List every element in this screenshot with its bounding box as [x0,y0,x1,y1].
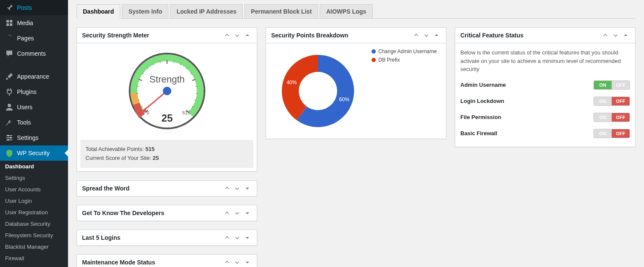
feature-row: Login Lockdown ON OFF [460,93,630,109]
tab-aiowps-logs[interactable]: AIOWPS Logs [320,4,372,18]
move-down-icon[interactable] [611,31,620,40]
feature-toggle[interactable]: ON OFF [593,129,630,138]
sidebar-item-settings[interactable]: Settings [0,130,68,145]
tab-permanent-block-list[interactable]: Permanent Block List [244,4,318,18]
feature-toggle[interactable]: ON OFF [593,113,630,122]
feature-label: Admin Username [460,82,506,88]
sidebar-item-label: Tools [17,119,31,126]
box-title: Critical Feature Status [460,32,601,39]
toggle-icon[interactable] [243,31,252,40]
toggle-icon[interactable] [243,258,252,267]
move-up-icon[interactable] [412,31,420,40]
feature-label: Login Lockdown [460,98,504,104]
svg-point-1 [7,135,9,136]
move-up-icon[interactable] [223,233,231,242]
sidebar-item-media[interactable]: Media [0,15,68,31]
sidebar-item-label: WP Security [17,150,50,156]
feature-row: Admin Username ON OFF [460,77,630,93]
tab-dashboard[interactable]: Dashboard [77,4,120,19]
sidebar-item-plugins[interactable]: Plugins [0,84,68,99]
sidebar-item-label: Posts [17,4,32,11]
move-up-icon[interactable] [223,31,231,40]
svg-line-10 [136,86,138,87]
submenu-item[interactable]: Firewall [0,253,68,264]
tab-system-info[interactable]: System Info [122,4,168,18]
collapsed-box: Last 5 Logins [77,230,257,246]
sidebar-item-wp-security[interactable]: WP Security [0,145,68,161]
submenu-item[interactable]: User Login [0,195,68,207]
toggle-icon[interactable] [243,209,252,217]
sidebar-item-pages[interactable]: Pages [0,31,68,46]
feature-row: File Permission ON OFF [460,109,630,125]
sidebar-item-label: Plugins [17,88,37,95]
submenu-item[interactable]: User Registration [0,207,68,218]
legend-dot-icon [372,49,376,54]
move-down-icon[interactable] [233,258,241,267]
submenu-item[interactable]: Dashboard [0,161,68,172]
sidebar-item-label: Users [17,104,33,111]
submenu-item[interactable]: Settings [0,172,68,184]
legend-item: Change Admin Username [372,48,437,54]
move-up-icon[interactable] [223,184,231,193]
move-down-icon[interactable] [233,184,241,193]
toggle-icon[interactable] [243,233,252,242]
security-points-breakdown-box: Security Points Breakdown 60%40% Change … [266,27,446,139]
wrench-icon [5,118,14,127]
submenu-item[interactable]: Filesystem Security [0,230,68,241]
sidebar-item-tools[interactable]: Tools [0,115,68,130]
move-down-icon[interactable] [233,233,241,242]
submenu-item[interactable]: User Accounts [0,184,68,195]
feature-label: Basic Firewall [460,130,497,136]
tab-locked-ip-addresses[interactable]: Locked IP Addresses [170,4,243,18]
collapsed-box: Get To Know The Developers [77,205,257,221]
move-up-icon[interactable] [601,31,610,40]
box-title: Get To Know The Developers [82,210,223,216]
gauge: Strength 0 515 25 [82,48,252,135]
svg-text:40%: 40% [287,80,297,85]
sidebar-item-label: Media [17,20,33,26]
legend-dot-icon [372,58,376,62]
sidebar-item-posts[interactable]: Posts [0,0,68,15]
feature-toggle[interactable]: ON OFF [593,80,630,90]
svg-text:515: 515 [182,110,190,115]
main-content: DashboardSystem InfoLocked IP AddressesP… [68,0,644,267]
critical-desc: Below is the current status of the criti… [460,48,630,74]
sidebar-item-label: Appearance [17,73,49,80]
toggle-icon[interactable] [432,31,441,40]
critical-feature-status-box: Critical Feature Status Below is the cur… [455,27,635,147]
box-title: Security Strength Meter [82,32,223,39]
svg-point-3 [7,139,9,141]
collapsed-box: Maintenance Mode Status [77,254,257,267]
legend-item: DB Prefix [372,57,437,63]
collapsed-box: Spread the Word [77,180,257,196]
toggle-icon[interactable] [621,31,630,40]
submenu-item[interactable]: Database Security [0,218,68,230]
sidebar-item-comments[interactable]: Comments [0,46,68,61]
sidebar-item-appearance[interactable]: Appearance [0,69,68,84]
svg-text:Strength: Strength [149,74,184,85]
svg-point-0 [8,104,11,107]
admin-sidebar: Posts Media Pages Comments Appearance Pl… [0,0,68,267]
move-down-icon[interactable] [422,31,431,40]
svg-point-33 [163,87,171,95]
move-up-icon[interactable] [223,209,231,217]
svg-point-2 [10,137,11,139]
svg-line-22 [196,86,197,87]
pie-chart: 60%40% [271,48,365,134]
submenu-item[interactable]: Blacklist Manager [0,241,68,253]
move-down-icon[interactable] [233,31,241,40]
user-icon [5,103,14,111]
sidebar-item-users[interactable]: Users [0,99,68,115]
feature-toggle[interactable]: ON OFF [593,97,630,106]
tab-bar: DashboardSystem InfoLocked IP AddressesP… [77,4,635,19]
move-down-icon[interactable] [233,209,241,217]
security-strength-meter-box: Security Strength Meter [77,27,257,172]
sidebar-item-label: Comments [17,50,46,57]
comment-icon [5,49,14,58]
feature-row: Basic Firewall ON OFF [460,125,630,142]
brush-icon [5,72,14,81]
move-up-icon[interactable] [223,258,231,267]
toggle-icon[interactable] [243,184,252,193]
pin-icon [5,3,14,12]
box-title: Spread the Word [82,185,223,192]
